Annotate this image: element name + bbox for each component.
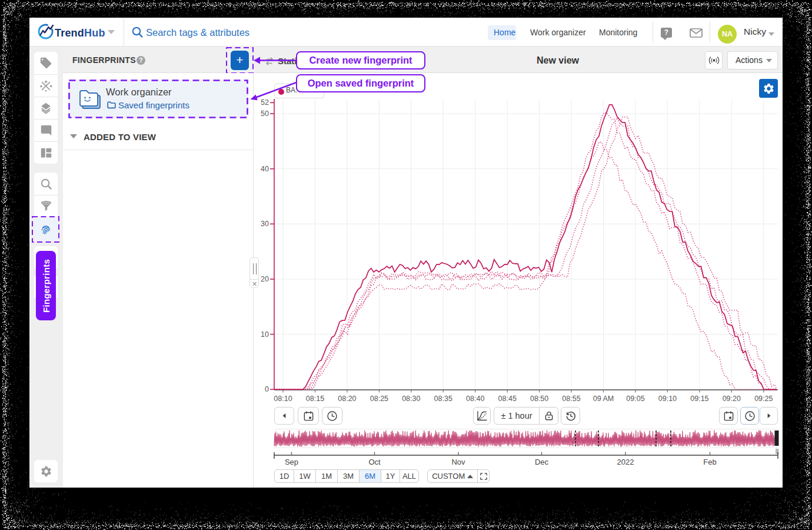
svg-text:Sep: Sep <box>285 458 298 466</box>
svg-text:08:10: 08:10 <box>274 395 292 403</box>
svg-text:Feb: Feb <box>703 458 716 466</box>
svg-text:30: 30 <box>261 220 269 228</box>
svg-text:08:15: 08:15 <box>306 395 324 403</box>
svg-text:Nov: Nov <box>451 458 465 466</box>
svg-text:09:15: 09:15 <box>690 395 708 403</box>
svg-text:09:25: 09:25 <box>754 395 773 403</box>
svg-text:10: 10 <box>261 330 269 339</box>
svg-text:Dec: Dec <box>535 458 549 466</box>
svg-text:52: 52 <box>261 98 269 107</box>
svg-text:08:35: 08:35 <box>434 395 452 403</box>
svg-text:09:10: 09:10 <box>658 395 677 403</box>
svg-text:08:45: 08:45 <box>498 395 517 403</box>
svg-text:20: 20 <box>261 275 269 283</box>
svg-text:09:20: 09:20 <box>723 395 741 403</box>
svg-text:09:05: 09:05 <box>626 395 644 403</box>
svg-text:08:40: 08:40 <box>466 395 484 403</box>
svg-text:08:25: 08:25 <box>370 395 388 403</box>
svg-text:08:50: 08:50 <box>530 395 548 403</box>
svg-text:08:30: 08:30 <box>402 395 420 403</box>
svg-text:2022: 2022 <box>617 458 634 466</box>
svg-text:40: 40 <box>261 165 269 173</box>
svg-text:50: 50 <box>261 110 269 118</box>
svg-text:Oct: Oct <box>368 458 381 466</box>
svg-text:09 AM: 09 AM <box>593 395 614 403</box>
svg-text:08:20: 08:20 <box>338 395 356 403</box>
svg-text:08:55: 08:55 <box>562 395 580 403</box>
svg-text:0: 0 <box>265 385 269 393</box>
